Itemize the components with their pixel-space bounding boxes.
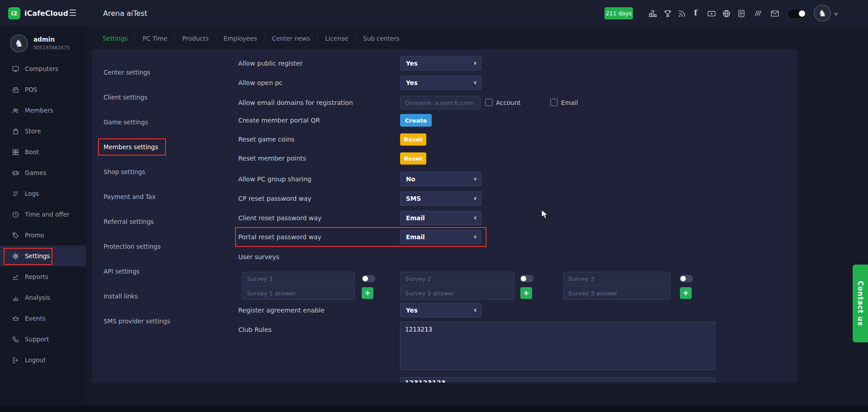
survey-3-add-button[interactable]: +	[680, 287, 692, 299]
tab-settings[interactable]: Settings	[103, 35, 135, 42]
email-checkbox[interactable]	[550, 99, 558, 106]
sidebar-item-reports[interactable]: Reports	[0, 266, 86, 287]
sidebar-user-card: ♞ admin 005193482475	[10, 34, 70, 52]
sidebar-item-events[interactable]: Events	[0, 308, 86, 329]
survey-2-add-button[interactable]: +	[520, 287, 532, 299]
create-qr-button[interactable]: Create	[400, 114, 432, 127]
sidebar-item-computers[interactable]: Computers	[0, 58, 86, 79]
brand-name: iCafeCloud	[24, 9, 68, 18]
sidebar-item-label: Settings	[25, 252, 50, 260]
account-checkbox[interactable]	[485, 99, 493, 106]
phone-icon	[12, 336, 19, 343]
tab-center-news[interactable]: Center news	[264, 35, 317, 42]
sidebar-item-pos[interactable]: POS	[0, 79, 86, 100]
members-icon	[12, 107, 19, 114]
hamburger-menu-icon[interactable]: ☰	[69, 8, 76, 18]
sidebar-item-analysis[interactable]: Analysis	[0, 287, 86, 308]
document-icon[interactable]	[737, 9, 746, 18]
tab-products[interactable]: Products	[175, 35, 216, 42]
user-avatar[interactable]: ♞	[814, 5, 831, 22]
select-portal-reset-password-wrap: Email	[400, 230, 481, 244]
label-club-rules: Club Rules	[238, 326, 272, 333]
license-days-badge[interactable]: 211 days	[604, 7, 633, 19]
survey-3-toggle[interactable]	[679, 275, 693, 282]
sidebar-item-time-and-offer[interactable]: Time and offer	[0, 204, 86, 225]
mail-icon[interactable]	[770, 9, 779, 18]
subnav-client-settings[interactable]: Client settings	[104, 91, 147, 103]
sidebar-item-promo[interactable]: Promo	[0, 225, 86, 246]
select-client-reset-password[interactable]: Email	[400, 211, 481, 225]
select-cp-reset-password[interactable]: SMS	[400, 191, 481, 206]
gear-icon	[12, 252, 19, 260]
crown-icon	[12, 315, 19, 322]
survey-1-answer-input[interactable]	[242, 286, 355, 300]
survey-2-answer-input[interactable]	[400, 286, 514, 300]
subnav-install-links[interactable]: Install links	[104, 290, 138, 302]
bar-chart-icon	[12, 294, 19, 302]
sidebar-nav: Computers POS Members Store Boot Games L…	[0, 58, 86, 370]
boot-icon	[12, 148, 19, 156]
subnav-shop-settings[interactable]: Shop settings	[104, 166, 145, 178]
trophy-icon[interactable]	[663, 9, 672, 18]
sidebar-item-settings[interactable]: Settings	[0, 246, 86, 266]
select-register-agreement[interactable]: Yes	[400, 303, 481, 317]
brand-icon: i2	[8, 7, 20, 19]
globe-icon[interactable]	[722, 9, 731, 18]
survey-1-add-button[interactable]: +	[362, 287, 373, 299]
ranking-icon[interactable]	[648, 9, 657, 18]
sidebar-item-games[interactable]: Games	[0, 162, 86, 183]
select-client-reset-password-wrap: Email	[400, 211, 481, 225]
theme-toggle[interactable]	[788, 9, 807, 19]
subnav-api-settings[interactable]: API settings	[104, 265, 139, 277]
label-cp-reset-password: CP reset password way	[238, 195, 311, 202]
email-domains-input[interactable]	[400, 96, 481, 109]
sidebar-item-logs[interactable]: Logs	[0, 183, 86, 204]
subnav-payment-and-tax[interactable]: Payment and Tax	[104, 191, 156, 203]
reset-game-coins-button[interactable]: Reset	[400, 133, 426, 146]
agreement-text-box[interactable]: 123123123	[400, 377, 715, 383]
sidebar: ♞ admin 005193482475 Computers POS Membe…	[0, 27, 86, 412]
youtube-icon[interactable]	[707, 9, 716, 18]
subnav-sms-provider-settings[interactable]: SMS provider settings	[104, 315, 170, 327]
survey-2-input[interactable]	[400, 272, 514, 285]
sidebar-item-boot[interactable]: Boot	[0, 142, 86, 162]
tab-employees[interactable]: Employees	[216, 35, 264, 42]
subnav-members-settings[interactable]: Members settings	[104, 141, 158, 153]
label-allow-public-register: Allow public register	[238, 60, 302, 67]
rss-icon[interactable]	[678, 9, 687, 18]
survey-3-answer-input[interactable]	[563, 286, 670, 300]
select-allow-open-pc[interactable]: Yes	[400, 76, 481, 90]
select-allow-public-register[interactable]: Yes	[400, 56, 481, 71]
label-allow-email-domains: Allow email domains for registration	[238, 99, 353, 106]
brand-logo[interactable]: i2 iCafeCloud	[8, 7, 68, 19]
sidebar-item-store[interactable]: Store	[0, 121, 86, 142]
survey-1-input[interactable]	[242, 272, 355, 285]
sidebar-item-label: POS	[25, 86, 37, 93]
subnav-center-settings[interactable]: Center settings	[104, 66, 151, 78]
tab-license[interactable]: License	[317, 35, 355, 42]
chevron-down-icon[interactable]: ∨	[833, 11, 839, 17]
tab-sub-centers[interactable]: Sub centers	[355, 35, 406, 42]
select-pc-group-sharing[interactable]: No	[400, 172, 481, 186]
layers-icon[interactable]	[753, 9, 762, 18]
contact-us-button[interactable]: Contact us	[853, 265, 868, 342]
sidebar-item-logout[interactable]: Logout	[0, 350, 86, 370]
survey-3-input[interactable]	[563, 272, 670, 285]
survey-1-toggle[interactable]	[362, 275, 375, 282]
tab-pc-time[interactable]: PC Time	[135, 35, 175, 42]
sidebar-item-label: Logout	[25, 356, 46, 364]
subnav-protection-settings[interactable]: Protection settings	[104, 241, 160, 252]
select-portal-reset-password[interactable]: Email	[400, 230, 481, 244]
club-rules-textarea[interactable]: 1213213	[400, 322, 715, 370]
reset-member-points-button[interactable]: Reset	[400, 152, 426, 165]
top-tabs: Settings PC Time Products Employees Cent…	[103, 27, 407, 50]
subnav-game-settings[interactable]: Game settings	[104, 116, 148, 128]
subnav-referral-settings[interactable]: Referral settings	[104, 216, 154, 227]
clock-icon	[12, 211, 19, 218]
survey-2-toggle[interactable]	[520, 275, 533, 282]
facebook-icon[interactable]: f	[694, 8, 697, 17]
sidebar-item-label: Analysis	[25, 294, 50, 301]
label-reset-member-points: Reset member points	[238, 155, 306, 162]
sidebar-item-members[interactable]: Members	[0, 100, 86, 121]
sidebar-item-support[interactable]: Support	[0, 329, 86, 350]
